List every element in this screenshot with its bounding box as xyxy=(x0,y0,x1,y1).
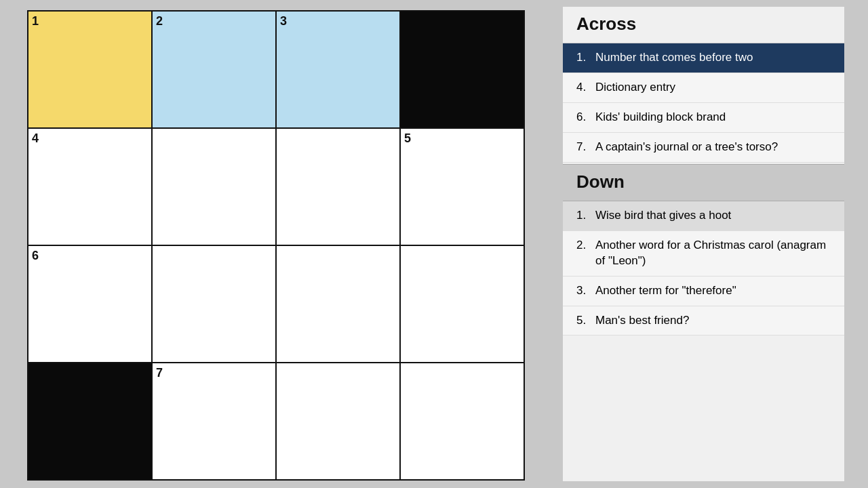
cell-number-5: 5 xyxy=(404,131,411,146)
clue-text-d5: Man's best friend? xyxy=(595,313,689,329)
cell-r1c2[interactable]: 2 xyxy=(153,12,277,129)
clue-down-1[interactable]: 1. Wise bird that gives a hoot xyxy=(563,201,844,231)
cell-r3c2[interactable] xyxy=(153,246,277,363)
cell-r4c2[interactable]: 7 xyxy=(153,363,277,481)
grid-section: 1 2 3 4 5 6 xyxy=(24,7,563,481)
clue-down-5[interactable]: 5. Man's best friend? xyxy=(563,306,844,336)
clue-text-d1: Wise bird that gives a hoot xyxy=(595,208,731,224)
clue-across-1[interactable]: 1. Number that comes before two xyxy=(563,43,844,73)
clue-text-d2: Another word for a Christmas carol (anag… xyxy=(595,238,831,269)
clue-num-a4: 4. xyxy=(576,80,595,94)
cell-number-2: 2 xyxy=(156,14,163,28)
cell-r1c3[interactable]: 3 xyxy=(277,12,401,129)
clue-num-d3: 3. xyxy=(576,283,595,298)
cell-r2c1[interactable]: 4 xyxy=(28,129,153,246)
clue-across-7[interactable]: 7. A captain's journal or a tree's torso… xyxy=(563,133,844,163)
clue-across-6[interactable]: 6. Kids' building block brand xyxy=(563,103,844,133)
clue-down-2[interactable]: 2. Another word for a Christmas carol (a… xyxy=(563,231,844,277)
cell-r4c4[interactable] xyxy=(401,363,525,481)
cell-number-1: 1 xyxy=(32,14,39,28)
clue-num-d1: 1. xyxy=(576,208,595,222)
cell-r2c2[interactable] xyxy=(153,129,277,246)
clue-text-a6: Kids' building block brand xyxy=(595,110,726,125)
cell-r2c3[interactable] xyxy=(277,129,401,246)
cell-r2c4[interactable]: 5 xyxy=(401,129,525,246)
cell-number-7: 7 xyxy=(156,366,163,380)
clue-text-d3: Another term for "therefore" xyxy=(595,283,736,299)
cell-r3c1[interactable]: 6 xyxy=(28,246,153,363)
clue-across-4[interactable]: 4. Dictionary entry xyxy=(563,73,844,103)
clue-text-a7: A captain's journal or a tree's torso? xyxy=(595,140,778,155)
cell-r4c1-black xyxy=(28,363,153,481)
across-header: Across xyxy=(563,7,844,43)
cell-number-6: 6 xyxy=(32,249,39,263)
down-header: Down xyxy=(563,164,844,201)
cell-r3c3[interactable] xyxy=(277,246,401,363)
cell-r4c3[interactable] xyxy=(277,363,401,481)
clue-num-d2: 2. xyxy=(576,238,595,252)
cell-number-3: 3 xyxy=(280,14,287,28)
clue-text-a1: Number that comes before two xyxy=(595,50,753,66)
cell-number-4: 4 xyxy=(32,131,39,146)
cell-r3c4[interactable] xyxy=(401,246,525,363)
clue-num-a6: 6. xyxy=(576,110,595,124)
clues-section: Across 1. Number that comes before two 4… xyxy=(563,7,844,481)
crossword-grid: 1 2 3 4 5 6 xyxy=(27,10,525,481)
clue-num-a1: 1. xyxy=(576,50,595,64)
clue-down-3[interactable]: 3. Another term for "therefore" xyxy=(563,277,844,306)
cell-r1c1[interactable]: 1 xyxy=(28,12,153,129)
clue-num-a7: 7. xyxy=(576,140,595,154)
clue-text-a4: Dictionary entry xyxy=(595,80,675,96)
cell-r1c4-black xyxy=(401,12,525,129)
clue-num-d5: 5. xyxy=(576,313,595,327)
main-container: 1 2 3 4 5 6 xyxy=(24,7,844,481)
